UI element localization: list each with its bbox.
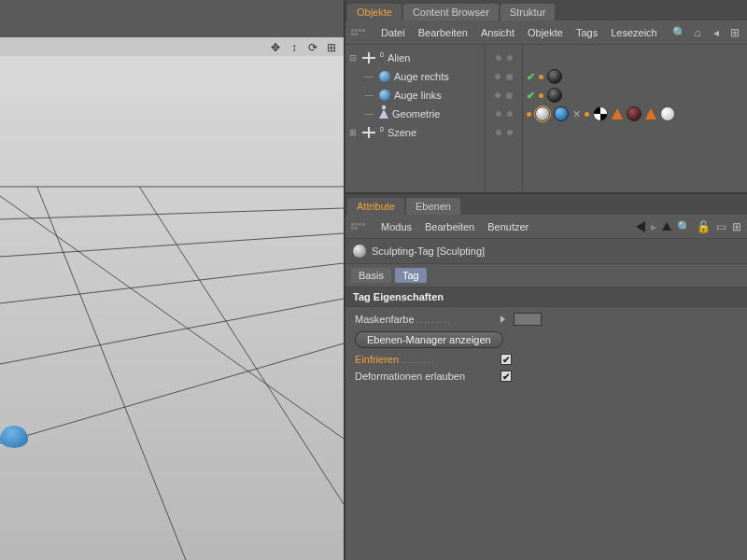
viewport-object-preview[interactable] <box>0 426 28 448</box>
svg-line-3 <box>0 263 344 303</box>
attribute-element-name: Sculpting-Tag [Sculpting] <box>372 245 485 257</box>
panel-menu-icon[interactable]: ⊞ <box>728 26 741 39</box>
subtab-basis[interactable]: Basis <box>351 268 391 283</box>
visibility-dot[interactable] <box>507 130 513 135</box>
menu-bearbeiten-attr[interactable]: Bearbeiten <box>425 221 474 232</box>
tree-item-alien[interactable]: ⊟ 0 Alien <box>347 49 483 67</box>
zoom-icon[interactable]: ↕ <box>288 41 301 54</box>
grip-icon[interactable] <box>351 223 368 230</box>
prop-maskenfarbe: Maskenfarbe <box>355 313 738 326</box>
menu-datei[interactable]: Datei <box>381 27 405 38</box>
tag-row: ✕ <box>523 105 747 123</box>
home-icon[interactable]: ⌂ <box>691 26 704 39</box>
tree-label: Alien <box>388 52 410 63</box>
material-tag-icon[interactable] <box>547 69 562 84</box>
menu-lesezeichen[interactable]: Lesezeich <box>611 27 657 38</box>
polygon-object-icon <box>379 109 388 119</box>
new-icon[interactable]: ▭ <box>716 220 726 233</box>
material-tag-icon[interactable] <box>593 106 608 121</box>
panel-menu-icon[interactable]: ⊞ <box>732 220 741 233</box>
tab-attribute[interactable]: Attribute <box>347 198 404 215</box>
attributes-panel: Attribute Ebenen Modus Bearbeiten Benutz… <box>345 194 747 560</box>
material-tag-icon[interactable] <box>547 88 562 103</box>
einfrieren-checkbox[interactable]: ✔ <box>500 354 512 365</box>
subtab-tag[interactable]: Tag <box>395 268 427 283</box>
history-fwd-icon[interactable]: ▸ <box>651 220 656 233</box>
menu-bearbeiten[interactable]: Bearbeiten <box>418 27 468 38</box>
material-tag-icon[interactable] <box>554 106 569 121</box>
search-icon[interactable]: 🔍 <box>672 26 685 39</box>
attribute-subtabs: Basis Tag <box>345 264 747 287</box>
menu-tags[interactable]: Tags <box>576 27 598 38</box>
material-tag-icon[interactable] <box>660 106 675 121</box>
visibility-dot[interactable] <box>507 55 513 61</box>
attribute-properties: Maskenfarbe Ebenen-Manager anzeigen Einf… <box>345 307 747 387</box>
selection-tag-icon[interactable] <box>612 108 623 119</box>
maximize-icon[interactable]: ⊞ <box>325 41 338 54</box>
move-icon[interactable]: ✥ <box>269 41 282 54</box>
sphere-icon <box>379 90 390 101</box>
tab-objekte[interactable]: Objekte <box>347 4 402 21</box>
svg-line-5 <box>0 343 344 443</box>
viewport-grid[interactable] <box>0 56 344 560</box>
enable-check-icon[interactable]: ✔ <box>527 90 535 102</box>
tag-row <box>523 123 747 142</box>
material-tag-icon[interactable] <box>627 106 641 121</box>
prop-label: Deformationen erlauben <box>355 371 495 382</box>
expand-color-icon[interactable] <box>500 315 508 323</box>
visibility-dot[interactable] <box>507 111 513 117</box>
viewport-nav-tools: ✥ ↕ ⟳ ⊞ <box>269 41 338 54</box>
visibility-dot[interactable] <box>495 92 500 98</box>
viewport-header-strip <box>0 0 344 37</box>
tree-item-geometrie[interactable]: Geometrie <box>347 105 483 123</box>
menu-benutzer[interactable]: Benutzer <box>487 221 529 232</box>
lock-icon[interactable]: 🔓 <box>697 220 711 233</box>
phong-tag-icon[interactable] <box>527 112 531 117</box>
tree-item-szene[interactable]: ⊞ 0 Szene <box>347 123 483 142</box>
tree-label: Szene <box>388 127 416 138</box>
tab-content-browser[interactable]: Content Browser <box>403 4 499 21</box>
up-level-icon[interactable] <box>662 222 671 231</box>
history-back-icon[interactable] <box>636 221 645 232</box>
menu-modus[interactable]: Modus <box>381 221 412 232</box>
selection-tag-icon[interactable] <box>645 108 656 119</box>
visibility-dot[interactable] <box>495 74 500 79</box>
visibility-dot[interactable] <box>506 74 513 80</box>
menu-ansicht[interactable]: Ansicht <box>481 27 514 38</box>
enable-check-icon[interactable]: ✔ <box>527 71 535 83</box>
visibility-dot[interactable] <box>496 55 501 61</box>
visibility-dot[interactable] <box>496 130 501 135</box>
menu-objekte[interactable]: Objekte <box>528 27 563 38</box>
tab-ebenen[interactable]: Ebenen <box>406 198 460 215</box>
tab-struktur[interactable]: Struktur <box>500 4 556 21</box>
tag-row <box>523 49 747 67</box>
tree-label: Auge links <box>394 90 442 101</box>
tags-column: ✔ ✔ ✕ <box>523 45 747 192</box>
prop-deformationen: Deformationen erlauben ✔ <box>355 371 738 382</box>
search-icon[interactable]: 🔍 <box>677 220 691 233</box>
tree-item-auge-rechts[interactable]: Auge rechts <box>347 67 483 86</box>
expand-collapse-icon[interactable]: ⊞ <box>349 128 359 137</box>
object-tree[interactable]: ⊟ 0 Alien Auge rechts Auge links Geometr… <box>345 45 486 192</box>
deformationen-checkbox[interactable]: ✔ <box>500 371 512 382</box>
uvw-tag-icon[interactable]: ✕ <box>572 108 581 120</box>
grip-icon[interactable] <box>351 29 368 35</box>
ebenen-manager-button[interactable]: Ebenen-Manager anzeigen <box>355 331 503 348</box>
tree-item-auge-links[interactable]: Auge links <box>347 86 483 105</box>
svg-line-6 <box>0 196 344 439</box>
phong-tag-icon[interactable] <box>539 93 543 98</box>
visibility-dot[interactable] <box>506 92 513 99</box>
sculpting-tag-icon[interactable] <box>535 106 550 121</box>
phong-tag-icon[interactable] <box>539 75 543 79</box>
attributes-menubar: Modus Bearbeiten Benutzer ▸ 🔍 🔓 ▭ ⊞ <box>345 215 747 239</box>
rotate-icon[interactable]: ⟳ <box>306 41 319 54</box>
viewport-3d[interactable]: ✥ ↕ ⟳ ⊞ <box>0 0 345 560</box>
visibility-dot[interactable] <box>496 111 501 117</box>
svg-line-7 <box>37 187 186 560</box>
prev-icon[interactable]: ◂ <box>710 26 723 39</box>
phong-tag-icon[interactable] <box>585 112 589 117</box>
prop-einfrieren: Einfrieren ✔ <box>355 354 738 365</box>
prop-ebenen-manager: Ebenen-Manager anzeigen <box>355 331 738 348</box>
color-swatch[interactable] <box>514 313 542 326</box>
expand-collapse-icon[interactable]: ⊟ <box>349 53 359 63</box>
